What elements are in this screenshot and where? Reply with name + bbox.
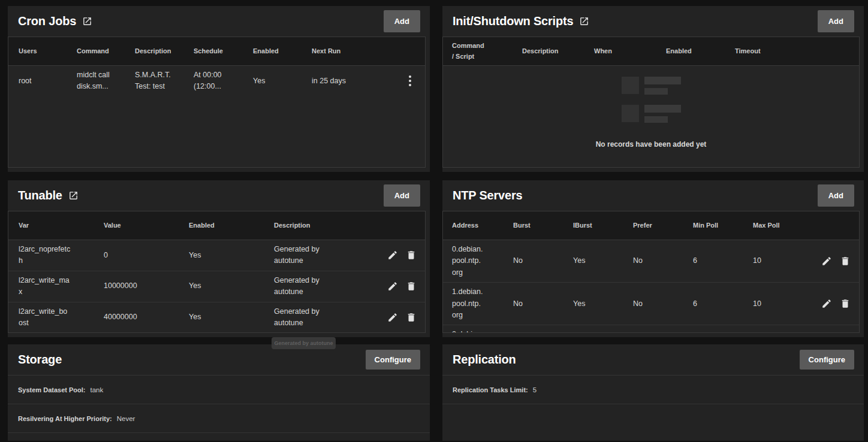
cell-command: midclt call disk.sm... [77,66,125,96]
column-header: Enabled [666,46,735,57]
info-row: Resilvering At Higher Priority: Never [8,404,430,432]
column-header: Var [19,220,104,231]
autotune-tooltip: Generated by autotune [272,337,336,349]
delete-icon[interactable] [406,312,417,323]
delete-icon[interactable] [840,298,851,309]
cron-add-button[interactable]: Add [384,10,420,32]
cell-description: Generated by autotune [274,240,334,271]
column-header: Command [77,46,135,57]
cell-address: 0.debian.pool.ntp.org [452,240,490,282]
column-header: Users [19,46,77,57]
empty-state-text: No records have been added yet [596,140,707,149]
cell-prefer: No [633,252,693,270]
row-actions [811,256,859,267]
tunable-table-header: Var Value Enabled Description [8,211,425,240]
column-header: Description [274,220,377,231]
cell-address: 1.debian.pool.ntp.org [452,283,490,325]
info-row: Replication Tasks Limit: 5 [442,375,864,404]
init-add-button[interactable]: Add [818,10,854,32]
column-header: Schedule [194,46,253,57]
cell-burst: No [513,295,573,313]
storage-titlebar: Storage Configure [8,344,430,375]
placeholder-list-icon [622,105,681,123]
cell-address: 2.debian.pool.ntp.org [452,325,490,333]
cell-value: 40000000 [104,308,189,326]
edit-icon[interactable] [387,312,398,323]
system-dashboard: Cron Jobs Add Users Command Description … [0,0,868,442]
edit-icon[interactable] [387,250,398,261]
init-scripts-titlebar: Init/Shutdown Scripts Add [442,6,864,37]
delete-icon[interactable] [406,250,417,261]
divider [8,432,430,437]
cell-var: l2arc_write_boost [19,302,77,333]
empty-state: No records have been added yet [443,66,859,167]
init-scripts-title: Init/Shutdown Scripts [453,14,573,28]
kebab-menu-icon[interactable] [405,75,415,86]
cell-iburst: Yes [573,252,633,270]
storage-configure-button[interactable]: Configure [366,350,420,370]
cell-max-poll: 10 [753,295,811,313]
cell-users: root [19,72,77,90]
edit-icon[interactable] [821,298,832,309]
edit-icon[interactable] [387,281,398,292]
table-row[interactable]: l2arc_write_max 10000000 Yes Generated b… [8,271,425,302]
cell-var: l2arc_noprefetch [19,240,77,271]
ntp-table: Address Burst IBurst Prefer Min Poll Max… [442,211,860,333]
ntp-table-header: Address Burst IBurst Prefer Min Poll Max… [443,211,859,240]
edit-icon[interactable] [821,256,832,267]
column-header: Max Poll [753,220,811,231]
replication-configure-button[interactable]: Configure [800,350,854,370]
cell-description: Generated by autotune [274,271,334,302]
cron-table-header: Users Command Description Schedule Enabl… [8,37,425,66]
external-link-icon[interactable] [579,16,589,26]
tunable-title: Tunable [18,189,62,202]
cell-min-poll: 6 [693,252,753,270]
replication-titlebar: Replication Configure [442,344,864,375]
cell-prefer: No [633,295,693,313]
replication-panel: Replication Configure Replication Tasks … [442,344,864,441]
delete-icon[interactable] [406,281,417,292]
column-header: Enabled [189,220,274,231]
cell-value: 0 [104,246,189,265]
column-header: Command / Script [452,41,490,62]
tunable-panel: Tunable Add Var Value Enabled Descriptio… [8,180,430,337]
column-header: Next Run [312,46,399,57]
table-row[interactable]: 0.debian.pool.ntp.org No Yes No 6 10 [443,240,859,283]
column-header: Min Poll [693,220,753,231]
ntp-title: NTP Servers [453,189,522,202]
cell-schedule: At 00:00 (12:00... [194,66,242,96]
column-header: Address [452,220,513,231]
replication-title: Replication [453,353,516,367]
init-scripts-panel: Init/Shutdown Scripts Add Command / Scri… [442,6,864,172]
cell-enabled: Yes [189,308,274,326]
tunable-add-button[interactable]: Add [384,184,420,207]
column-header: Enabled [253,46,312,57]
column-header: When [594,46,666,57]
ntp-titlebar: NTP Servers Add [442,180,864,211]
row-actions [377,281,425,292]
ntp-servers-panel: NTP Servers Add Address Burst IBurst Pre… [442,180,864,337]
ntp-add-button[interactable]: Add [818,184,854,207]
external-link-icon[interactable] [82,16,92,26]
column-header: Burst [513,220,573,231]
column-header: Timeout [735,46,859,57]
cron-jobs-table: Users Command Description Schedule Enabl… [8,37,426,168]
row-actions [377,250,425,261]
cell-burst: No [513,252,573,270]
table-row[interactable]: 2.debian.pool.ntp.org No Yes No 6 10 [443,325,859,333]
info-value: Never [117,415,135,422]
cell-iburst: Yes [573,295,633,313]
cell-max-poll: 10 [753,252,811,270]
cron-jobs-titlebar: Cron Jobs Add [8,6,430,37]
init-scripts-table: Command / Script Description When Enable… [442,37,860,168]
cell-min-poll: 6 [693,295,753,313]
delete-icon[interactable] [840,256,851,267]
table-row[interactable]: l2arc_noprefetch 0 Yes Generated by auto… [8,240,425,271]
divider [442,404,864,441]
cell-description: Generated by autotune [274,302,334,333]
table-row[interactable]: l2arc_write_boost 40000000 Yes Generated… [8,302,425,333]
table-row[interactable]: 1.debian.pool.ntp.org No Yes No 6 10 [443,283,859,325]
table-row[interactable]: root midclt call disk.sm... S.M.A.R.T. T… [8,66,425,96]
column-header: Description [135,46,194,57]
external-link-icon[interactable] [68,190,79,201]
